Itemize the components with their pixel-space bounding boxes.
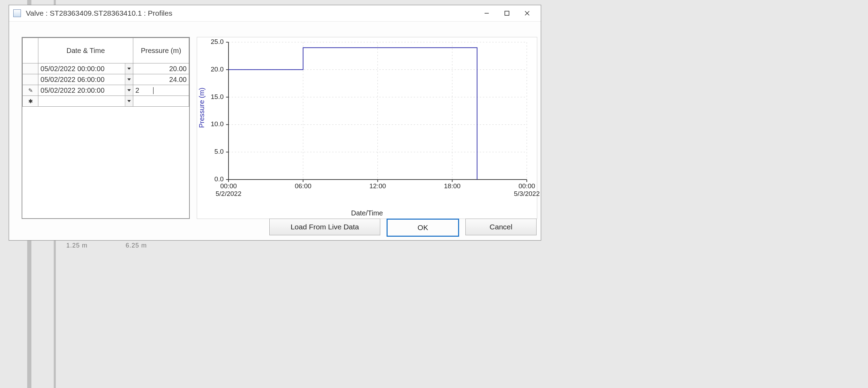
dropdown-icon[interactable] xyxy=(125,63,133,74)
column-header-pressure[interactable]: Pressure (m) xyxy=(133,38,189,63)
column-header-datetime[interactable]: Date & Time xyxy=(38,38,133,63)
row-marker[interactable] xyxy=(23,63,38,74)
dropdown-icon[interactable] xyxy=(125,96,133,106)
table-row[interactable]: 05/02/2022 06:00:00 24.00 xyxy=(23,74,189,85)
datetime-cell[interactable]: 05/02/2022 06:00:00 xyxy=(38,74,133,85)
y-tick-label: 20.0 xyxy=(203,66,224,73)
profiles-dialog: Valve : ST28363409.ST28363410.1 : Profil… xyxy=(9,5,541,241)
dropdown-icon[interactable] xyxy=(125,85,133,96)
datetime-value: 05/02/2022 00:00:00 xyxy=(40,65,105,73)
svg-rect-1 xyxy=(505,11,509,15)
x-axis-label: Date/Time xyxy=(197,209,537,217)
close-button[interactable] xyxy=(517,6,537,21)
table-row[interactable]: ✎ 05/02/2022 20:00:00 2 xyxy=(23,85,189,96)
text-cursor-icon xyxy=(153,87,154,94)
profile-grid[interactable]: Date & Time Pressure (m) 05/02/2022 00:0… xyxy=(22,37,190,219)
maximize-button[interactable] xyxy=(497,6,517,21)
load-from-live-data-button[interactable]: Load From Live Data xyxy=(269,219,380,235)
y-tick-label: 5.0 xyxy=(203,148,224,155)
table-row-new[interactable]: ✱ xyxy=(23,96,189,107)
svg-marker-7 xyxy=(127,100,131,102)
table-row[interactable]: 05/02/2022 00:00:00 20.00 xyxy=(23,63,189,74)
pressure-cell[interactable] xyxy=(133,96,189,107)
pressure-cell[interactable]: 24.00 xyxy=(133,74,189,85)
svg-marker-4 xyxy=(127,68,131,70)
app-icon xyxy=(13,9,21,17)
y-tick-label: 10.0 xyxy=(203,120,224,128)
background-text: 6.25 m xyxy=(126,242,147,249)
datetime-cell[interactable]: 05/02/2022 20:00:00 xyxy=(38,85,133,96)
y-tick-label: 25.0 xyxy=(203,38,224,46)
dropdown-icon[interactable] xyxy=(125,74,133,85)
datetime-cell[interactable]: 05/02/2022 00:00:00 xyxy=(38,63,133,74)
datetime-cell[interactable] xyxy=(38,96,133,107)
pressure-cell-editing[interactable]: 2 xyxy=(133,85,189,96)
x-tick-label: 06:00 xyxy=(282,182,324,190)
y-tick-label: 0.0 xyxy=(203,175,224,183)
svg-marker-6 xyxy=(127,89,131,91)
pressure-value: 2 xyxy=(135,86,139,94)
y-tick-label: 15.0 xyxy=(203,93,224,101)
cancel-button[interactable]: Cancel xyxy=(465,219,537,235)
svg-marker-5 xyxy=(127,78,131,81)
x-tick-label: 12:00 xyxy=(357,182,399,190)
datetime-value: 05/02/2022 20:00:00 xyxy=(40,86,105,94)
x-tick-label: 00:005/3/2022 xyxy=(506,182,548,198)
ok-button[interactable]: OK xyxy=(387,219,459,237)
row-marker-editing[interactable]: ✎ xyxy=(23,85,38,96)
row-marker-new[interactable]: ✱ xyxy=(23,96,38,107)
grid-corner[interactable] xyxy=(23,38,38,63)
window-title: Valve : ST28363409.ST28363410.1 : Profil… xyxy=(26,9,172,17)
x-tick-label: 00:005/2/2022 xyxy=(208,182,249,198)
x-tick-label: 18:00 xyxy=(431,182,473,190)
titlebar[interactable]: Valve : ST28363409.ST28363410.1 : Profil… xyxy=(9,5,541,22)
row-marker[interactable] xyxy=(23,74,38,85)
profile-chart: Pressure (m) Date/Time 0.05.010.015.020.… xyxy=(197,37,537,219)
minimize-button[interactable] xyxy=(477,6,497,21)
datetime-value: 05/02/2022 06:00:00 xyxy=(40,76,105,83)
background-text: 1.25 m xyxy=(66,242,88,249)
pressure-cell[interactable]: 20.00 xyxy=(133,63,189,74)
